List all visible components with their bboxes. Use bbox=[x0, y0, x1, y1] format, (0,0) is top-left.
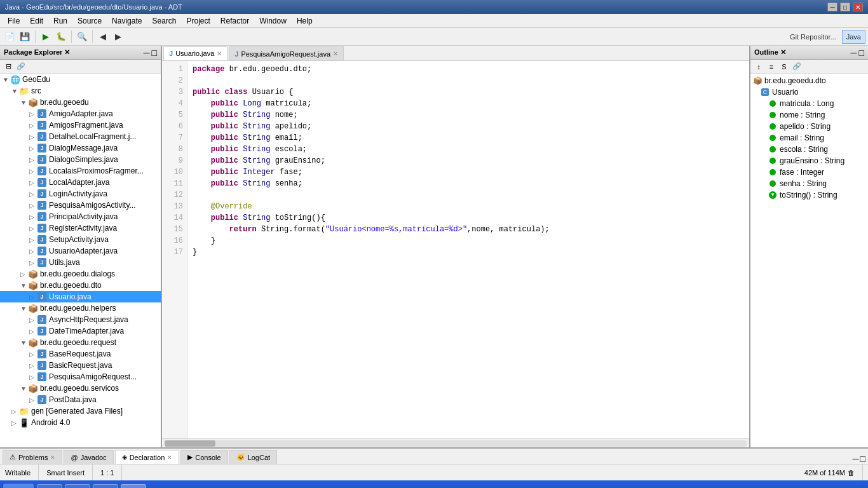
tree-item[interactable]: ▼📦br.edu.geoedu.dto bbox=[0, 280, 161, 291]
tree-item[interactable]: ▷JAmigoAdapter.java bbox=[0, 108, 161, 119]
tree-item[interactable]: ▷JDialogMessage.java bbox=[0, 142, 161, 154]
maximize-bottom-icon[interactable]: □ bbox=[860, 454, 865, 464]
menu-item-run[interactable]: Run bbox=[48, 14, 72, 27]
taskbar-app-adt[interactable]: {} bbox=[121, 484, 146, 488]
maximize-outline-icon[interactable]: □ bbox=[859, 48, 864, 58]
taskbar-app-1[interactable]: ▶ bbox=[37, 484, 62, 488]
menu-item-help[interactable]: Help bbox=[292, 14, 318, 27]
tree-item[interactable]: ▷📱Android 4.0 bbox=[0, 417, 161, 428]
outline-tree[interactable]: 📦 br.edu.geoedu.dto C Usuario matricula … bbox=[750, 74, 868, 447]
tree-item[interactable]: ▷📁gen [Generated Java Files] bbox=[0, 405, 161, 417]
sync-outline-button[interactable]: 🔗 bbox=[791, 61, 803, 72]
code-editor[interactable]: package br.edu.geoedu.dto; public class … bbox=[187, 61, 749, 438]
declaration-tab[interactable]: ◈ Declaration ✕ bbox=[115, 450, 180, 464]
taskbar-app-explorer[interactable]: 🖥 bbox=[93, 484, 118, 488]
maximize-panel-icon[interactable]: □ bbox=[152, 48, 157, 58]
console-tab[interactable]: ▶ Console bbox=[180, 450, 227, 464]
problems-tab[interactable]: ⚠ Problems ✕ bbox=[3, 450, 62, 464]
menu-item-navigate[interactable]: Navigate bbox=[107, 14, 147, 27]
declaration-close[interactable]: ✕ bbox=[167, 454, 172, 461]
forward-button[interactable]: ▶ bbox=[111, 30, 125, 44]
maximize-button[interactable]: □ bbox=[840, 3, 850, 11]
tree-item[interactable]: ▼📦br.edu.geoedu bbox=[0, 97, 161, 108]
minimize-button[interactable]: ─ bbox=[827, 3, 837, 11]
tab-close-pesquisa[interactable]: ✕ bbox=[333, 50, 338, 57]
tab-usuario-java[interactable]: J Usuario.java ✕ bbox=[163, 46, 227, 60]
outline-field-grauensino[interactable]: grauEnsino : String bbox=[750, 155, 868, 166]
tree-item[interactable]: ▷JLoginActivity.java bbox=[0, 188, 161, 200]
tree-item[interactable]: ▷JRegisterActivity.java bbox=[0, 222, 161, 234]
menu-item-project[interactable]: Project bbox=[181, 14, 215, 27]
outline-field-email[interactable]: email : String bbox=[750, 132, 868, 144]
horizontal-scrollbar[interactable] bbox=[162, 438, 749, 447]
hide-fields-button[interactable]: ≡ bbox=[766, 61, 777, 72]
tree-item[interactable]: ▷JAmigosFragment.java bbox=[0, 119, 161, 131]
tab-close-usuario[interactable]: ✕ bbox=[217, 50, 222, 57]
tree-item[interactable]: ▷JUsuario.java bbox=[0, 291, 161, 302]
minimize-outline-icon[interactable]: ─ bbox=[851, 48, 857, 58]
outline-package[interactable]: 📦 br.edu.geoedu.dto bbox=[750, 75, 868, 86]
menu-item-source[interactable]: Source bbox=[72, 14, 107, 27]
sort-outline-button[interactable]: ↕ bbox=[753, 61, 764, 72]
tree-item[interactable]: ▷JPesquisaAmigoRequest... bbox=[0, 371, 161, 383]
save-button[interactable]: 💾 bbox=[18, 30, 32, 44]
tree-item[interactable]: ▷📦br.edu.geoedu.dialogs bbox=[0, 268, 161, 280]
tree-item[interactable]: ▷JBasicRequest.java bbox=[0, 360, 161, 371]
javadoc-tab[interactable]: @ Javadoc bbox=[64, 450, 113, 464]
minimize-bottom-icon[interactable]: ─ bbox=[853, 454, 859, 464]
minimize-panel-icon[interactable]: ─ bbox=[144, 48, 150, 58]
tree-item[interactable]: ▼📦br.edu.geoedu.helpers bbox=[0, 302, 161, 314]
logcat-tab[interactable]: 🐱 LogCat bbox=[229, 450, 277, 464]
outline-field-nome[interactable]: nome : String bbox=[750, 109, 868, 121]
back-button[interactable]: ◀ bbox=[96, 30, 110, 44]
new-button[interactable]: 📄 bbox=[3, 30, 17, 44]
tree-item[interactable]: ▷JSetupActivity.java bbox=[0, 234, 161, 245]
collapse-all-button[interactable]: ⊟ bbox=[3, 61, 14, 72]
link-editor-button[interactable]: 🔗 bbox=[15, 61, 27, 72]
menu-item-search[interactable]: Search bbox=[147, 14, 181, 27]
gc-icon[interactable]: 🗑 bbox=[848, 469, 855, 477]
tree-arrow-icon: ▼ bbox=[3, 76, 10, 83]
outline-field-apelido[interactable]: apelido : String bbox=[750, 121, 868, 132]
hide-static-button[interactable]: S bbox=[778, 61, 790, 72]
close-button[interactable]: ✕ bbox=[853, 3, 863, 11]
search-button[interactable]: 🔍 bbox=[75, 30, 89, 44]
start-button[interactable]: ⊞ bbox=[3, 483, 34, 488]
debug-button[interactable]: 🐛 bbox=[54, 30, 68, 44]
tree-item[interactable]: ▼📁src bbox=[0, 85, 161, 97]
outline-field-senha[interactable]: senha : String bbox=[750, 178, 868, 189]
outline-method-tostring[interactable]: ▼ toString() : String bbox=[750, 189, 868, 201]
taskbar-app-firefox[interactable]: 🦊 bbox=[65, 484, 90, 488]
tab-pesquisa-amigo-request-java[interactable]: J PesquisaAmigoRequest.java ✕ bbox=[229, 46, 344, 60]
tree-item[interactable]: ▷JAsyncHttpRequest.java bbox=[0, 314, 161, 325]
menu-item-window[interactable]: Window bbox=[254, 14, 292, 27]
menu-item-file[interactable]: File bbox=[3, 14, 25, 27]
outline-class-usuario[interactable]: C Usuario bbox=[750, 86, 868, 98]
tree-item[interactable]: ▷JUsuarioAdapter.java bbox=[0, 245, 161, 257]
git-repository-button[interactable]: Git Repositor... bbox=[785, 30, 841, 44]
tree-item[interactable]: ▷JUtils.java bbox=[0, 257, 161, 268]
tree-item[interactable]: ▷JDetalheLocalFragment.j... bbox=[0, 131, 161, 142]
tree-item[interactable]: ▷JBaseRequest.java bbox=[0, 348, 161, 360]
tree-item[interactable]: ▼📦br.edu.geoedu.request bbox=[0, 337, 161, 348]
scrollbar-thumb[interactable] bbox=[165, 440, 215, 447]
tree-item[interactable]: ▷JDialogoSimples.java bbox=[0, 154, 161, 165]
outline-field-fase[interactable]: fase : Integer bbox=[750, 166, 868, 178]
tree-item[interactable]: ▷JDateTimeAdapter.java bbox=[0, 325, 161, 337]
tree-item[interactable]: ▼🌐GeoEdu bbox=[0, 74, 161, 85]
java-perspective-button[interactable]: Java bbox=[842, 30, 865, 44]
tree-item[interactable]: ▷JPostData.java bbox=[0, 394, 161, 405]
package-explorer-tree[interactable]: ▼🌐GeoEdu▼📁src▼📦br.edu.geoedu▷JAmigoAdapt… bbox=[0, 74, 161, 447]
tree-item[interactable]: ▼📦br.edu.geoedu.servicos bbox=[0, 383, 161, 394]
problems-close[interactable]: ✕ bbox=[50, 454, 55, 461]
tree-item[interactable]: ▷JPrincipalActivity.java bbox=[0, 211, 161, 222]
tree-item[interactable]: ▷JLocalAdapter.java bbox=[0, 177, 161, 188]
tree-arrow-icon: ▷ bbox=[29, 259, 37, 266]
run-button[interactable]: ▶ bbox=[39, 30, 53, 44]
menu-item-refactor[interactable]: Refactor bbox=[215, 14, 254, 27]
tree-item[interactable]: ▷JLocalaisProximosFragmer... bbox=[0, 165, 161, 177]
tree-item[interactable]: ▷JPesquisaAmigosActivity... bbox=[0, 200, 161, 211]
outline-field-matricula[interactable]: matricula : Long bbox=[750, 98, 868, 109]
outline-field-escola[interactable]: escola : String bbox=[750, 144, 868, 155]
menu-item-edit[interactable]: Edit bbox=[25, 14, 48, 27]
